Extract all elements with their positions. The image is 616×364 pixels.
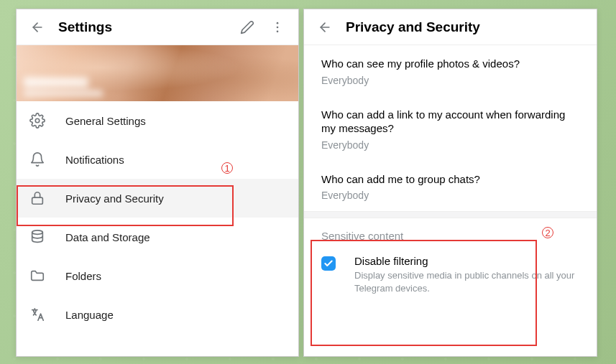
settings-title: Settings bbox=[51, 19, 234, 35]
more-button[interactable] bbox=[264, 14, 291, 41]
svg-point-4 bbox=[35, 118, 40, 123]
privacy-question: Who can see my profile photos & videos? bbox=[321, 57, 579, 71]
svg-rect-5 bbox=[32, 197, 43, 204]
privacy-answer: Everybody bbox=[321, 190, 579, 201]
privacy-item-forward-link[interactable]: Who can add a link to my account when fo… bbox=[304, 96, 597, 161]
privacy-item-profile-photos[interactable]: Who can see my profile photos & videos? … bbox=[304, 45, 597, 96]
privacy-options: Who can see my profile photos & videos? … bbox=[304, 45, 597, 211]
privacy-item-group-chats[interactable]: Who can add me to group chats? Everybody bbox=[304, 161, 597, 212]
more-vertical-icon bbox=[270, 20, 285, 34]
folder-icon bbox=[29, 268, 45, 284]
gear-icon bbox=[29, 113, 45, 129]
back-button[interactable] bbox=[311, 14, 339, 41]
back-button[interactable] bbox=[24, 14, 51, 41]
menu-item-label: Folders bbox=[65, 270, 101, 282]
annotation-label-2: 2 bbox=[542, 227, 553, 238]
sidebar-item-general-settings[interactable]: General Settings bbox=[17, 101, 298, 140]
sidebar-item-data-storage[interactable]: Data and Storage bbox=[17, 218, 298, 256]
bell-icon bbox=[29, 151, 45, 167]
section-divider bbox=[304, 211, 597, 218]
arrow-left-icon bbox=[30, 20, 45, 34]
menu-item-label: Privacy and Security bbox=[65, 192, 164, 205]
privacy-question: Who can add a link to my account when fo… bbox=[321, 108, 579, 136]
check-title: Disable filtering bbox=[354, 255, 579, 267]
lock-icon bbox=[29, 190, 45, 206]
menu-item-label: General Settings bbox=[65, 115, 146, 127]
privacy-answer: Everybody bbox=[321, 139, 579, 151]
disable-filtering-checkbox[interactable] bbox=[321, 256, 336, 271]
edit-button[interactable] bbox=[234, 14, 261, 41]
profile-banner[interactable] bbox=[17, 45, 298, 101]
svg-point-1 bbox=[277, 22, 279, 24]
svg-point-2 bbox=[277, 26, 279, 28]
profile-info-blurred bbox=[24, 77, 103, 97]
privacy-panel: Privacy and Security Who can see my prof… bbox=[303, 9, 597, 357]
check-icon bbox=[323, 258, 334, 269]
sidebar-item-privacy-security[interactable]: Privacy and Security bbox=[17, 179, 298, 218]
privacy-question: Who can add me to group chats? bbox=[321, 172, 579, 187]
privacy-title: Privacy and Security bbox=[339, 19, 589, 35]
pencil-icon bbox=[240, 20, 254, 34]
menu-item-label: Data and Storage bbox=[65, 231, 150, 243]
svg-point-3 bbox=[277, 30, 279, 32]
check-desc: Display sensitive media in public channe… bbox=[354, 269, 579, 294]
privacy-header: Privacy and Security bbox=[304, 9, 597, 45]
menu-item-label: Language bbox=[65, 309, 114, 321]
privacy-answer: Everybody bbox=[321, 75, 579, 86]
arrow-left-icon bbox=[318, 20, 332, 34]
settings-panel: Settings General Settings Notifi bbox=[16, 9, 299, 357]
menu-item-label: Notifications bbox=[65, 154, 124, 166]
sidebar-item-folders[interactable]: Folders bbox=[17, 256, 298, 295]
annotation-label-1: 1 bbox=[221, 162, 233, 174]
database-icon bbox=[29, 229, 45, 245]
settings-header: Settings bbox=[17, 9, 298, 45]
svg-point-6 bbox=[32, 230, 43, 235]
language-icon bbox=[29, 307, 45, 322]
sidebar-item-language[interactable]: Language bbox=[17, 295, 298, 334]
settings-menu: General Settings Notifications Privacy a… bbox=[17, 101, 298, 334]
sidebar-item-notifications[interactable]: Notifications bbox=[17, 140, 298, 179]
disable-filtering-row[interactable]: Disable filtering Display sensitive medi… bbox=[304, 248, 597, 303]
